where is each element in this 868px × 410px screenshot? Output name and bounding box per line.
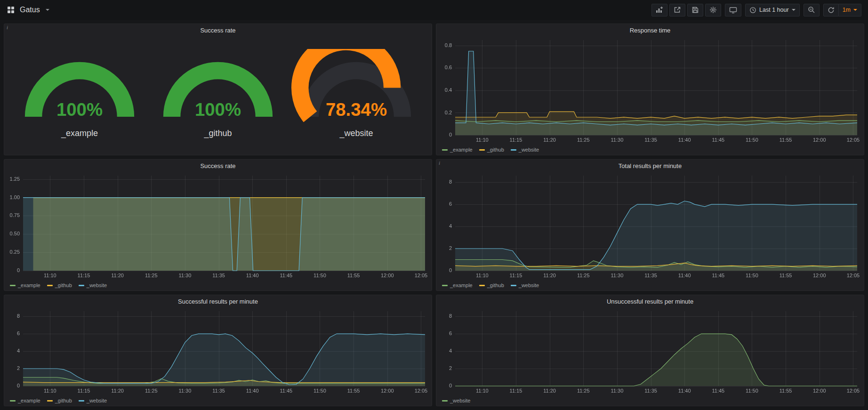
- gauges-row: 100%_example100%_github78.34%_website: [4, 36, 432, 155]
- legend-item-_example[interactable]: _example: [442, 282, 473, 288]
- legend-label: _example: [18, 398, 40, 403]
- gauge-value: 100%: [195, 100, 241, 120]
- legend-color-swatch: [442, 285, 448, 286]
- refresh-interval-caret-icon: [853, 9, 857, 11]
- save-button[interactable]: [687, 4, 703, 16]
- legend-label: _github: [487, 282, 504, 288]
- clock-icon: [749, 7, 756, 14]
- refresh-icon: [828, 7, 835, 14]
- legend-item-_website[interactable]: _website: [511, 147, 539, 153]
- save-icon: [691, 6, 699, 14]
- gauge-label: _website: [339, 129, 373, 138]
- dashboard-grid: i Success rate 100%_example100%_github78…: [0, 20, 868, 410]
- chart-area: [436, 172, 864, 280]
- panel-info-icon[interactable]: i: [7, 24, 8, 30]
- legend-color-swatch: [79, 400, 84, 402]
- gauge-_example: 100%_example: [12, 49, 147, 138]
- panel-info-icon[interactable]: i: [439, 160, 440, 166]
- zoom-out-icon: [808, 6, 815, 14]
- legend-color-swatch: [442, 149, 448, 151]
- panel-header[interactable]: Unsuccessful results per minute: [436, 295, 864, 307]
- legend-label: _website: [87, 398, 107, 403]
- legend-label: _github: [55, 398, 72, 403]
- panel-success-rate-gauges: i Success rate 100%_example100%_github78…: [4, 24, 432, 155]
- panel-success-rate-timeseries: Success rate _example_github_website: [4, 159, 432, 291]
- navbar: Gatus: [0, 0, 868, 20]
- dashboard-title[interactable]: Gatus: [20, 6, 40, 14]
- legend-color-swatch: [79, 285, 84, 286]
- time-range-label: Last 1 hour: [759, 7, 789, 13]
- refresh-interval-button[interactable]: 1m: [839, 4, 861, 16]
- dashboard-grid-icon[interactable]: [7, 6, 15, 14]
- legend-color-swatch: [479, 149, 485, 151]
- legend-color-swatch: [511, 149, 516, 151]
- gear-icon: [709, 6, 717, 14]
- legend-label: _website: [87, 282, 107, 288]
- legend-color-swatch: [10, 285, 16, 286]
- legend-item-_example[interactable]: _example: [10, 282, 40, 288]
- gauge-_github: 100%_github: [150, 49, 286, 138]
- time-picker-button[interactable]: Last 1 hour: [745, 4, 800, 16]
- legend-label: _example: [450, 147, 473, 153]
- add-panel-button[interactable]: [651, 4, 667, 16]
- legend-label: _website: [519, 147, 539, 153]
- chart-legend: _example_github_website: [4, 280, 432, 290]
- refresh-interval-label: 1m: [843, 7, 851, 13]
- chart-legend: _example_github_website: [4, 395, 432, 406]
- legend-item-_example[interactable]: _example: [442, 147, 473, 153]
- legend-item-_github[interactable]: _github: [47, 398, 72, 403]
- legend-item-_example[interactable]: _example: [10, 398, 40, 403]
- panel-header[interactable]: Response time: [436, 24, 864, 36]
- legend-item-_github[interactable]: _github: [479, 282, 504, 288]
- success-rate-chart-canvas[interactable]: [4, 172, 432, 280]
- gauge-label: _github: [204, 129, 232, 138]
- share-button[interactable]: [669, 4, 685, 16]
- legend-color-swatch: [47, 400, 53, 402]
- legend-label: _github: [487, 147, 504, 153]
- panel-header[interactable]: Successful results per minute: [4, 295, 432, 307]
- panel-header[interactable]: Success rate: [4, 24, 432, 36]
- gauge-value: 78.34%: [326, 100, 387, 120]
- panel-title: Unsuccessful results per minute: [607, 298, 693, 305]
- legend-color-swatch: [10, 400, 16, 402]
- share-icon: [674, 6, 681, 14]
- dashboard-title-caret-icon[interactable]: [46, 9, 49, 11]
- panel-successful-results: Successful results per minute _example_g…: [4, 295, 432, 406]
- gauge-label: _example: [61, 129, 98, 138]
- panel-title: Successful results per minute: [178, 298, 258, 305]
- zoom-out-button[interactable]: [804, 4, 820, 16]
- legend-item-_github[interactable]: _github: [47, 282, 72, 288]
- successful-results-chart-canvas[interactable]: [4, 307, 432, 395]
- panel-header[interactable]: Total results per minute: [436, 160, 864, 172]
- panel-header[interactable]: Success rate: [4, 160, 432, 172]
- legend-color-swatch: [442, 400, 448, 402]
- chart-area: [436, 307, 864, 395]
- legend-item-_website[interactable]: _website: [511, 282, 539, 288]
- chart-area: [4, 307, 432, 395]
- legend-label: _example: [18, 282, 40, 288]
- legend-color-swatch: [47, 285, 53, 286]
- refresh-button[interactable]: [823, 4, 839, 16]
- tv-mode-button[interactable]: [725, 4, 741, 16]
- legend-label: _example: [450, 282, 473, 288]
- legend-item-_website[interactable]: _website: [79, 282, 107, 288]
- legend-label: _github: [55, 282, 72, 288]
- chart-area: [4, 172, 432, 280]
- chart-legend: _website: [436, 395, 864, 406]
- add-panel-icon: [656, 6, 663, 14]
- chart-legend: _example_github_website: [436, 280, 864, 290]
- total-results-chart-canvas[interactable]: [436, 172, 864, 280]
- settings-button[interactable]: [705, 4, 721, 16]
- legend-item-_github[interactable]: _github: [479, 147, 504, 153]
- unsuccessful-results-chart-canvas[interactable]: [436, 307, 864, 395]
- monitor-icon: [729, 6, 737, 14]
- legend-color-swatch: [511, 285, 516, 286]
- response-time-chart-canvas[interactable]: [436, 36, 864, 145]
- legend-item-_website[interactable]: _website: [79, 398, 107, 403]
- panel-title: Response time: [630, 27, 671, 34]
- legend-item-_website[interactable]: _website: [442, 398, 470, 403]
- chart-area: [436, 36, 864, 145]
- gauge-value: 100%: [56, 100, 103, 120]
- panel-title: Total results per minute: [619, 162, 682, 169]
- panel-total-results: i Total results per minute _example_gith…: [436, 159, 864, 291]
